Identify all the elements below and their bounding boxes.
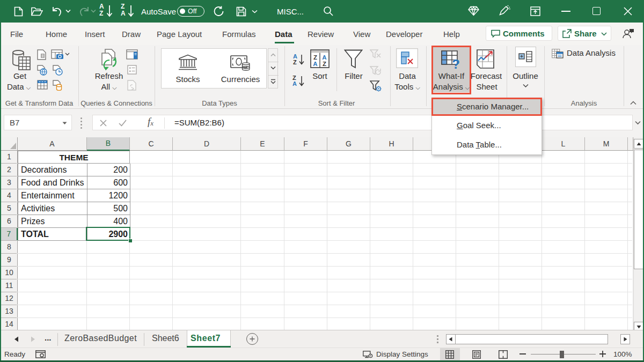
svg-text:A: A	[313, 61, 317, 67]
svg-text:A: A	[322, 54, 326, 61]
svg-text:Z: Z	[323, 61, 326, 67]
svg-text:Z: Z	[313, 54, 317, 61]
